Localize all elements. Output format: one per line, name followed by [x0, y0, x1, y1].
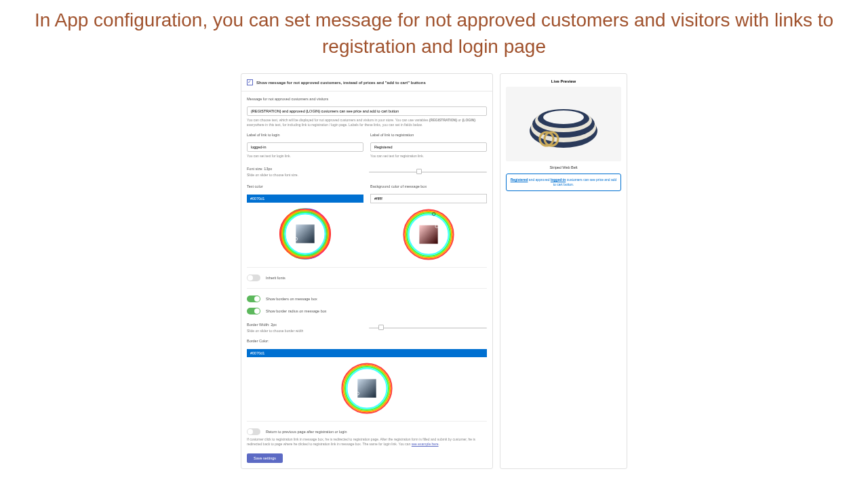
- svg-rect-11: [419, 226, 437, 244]
- border-width-slider[interactable]: [369, 327, 487, 329]
- save-settings-button[interactable]: Save settings: [247, 453, 283, 463]
- bg-color-input[interactable]: [370, 194, 487, 203]
- inherit-fonts-toggle[interactable]: [247, 274, 260, 281]
- bg-color-label: Background color of message box: [370, 184, 487, 188]
- message-input[interactable]: [247, 106, 487, 116]
- svg-rect-5: [296, 225, 314, 243]
- login-link-label: Label of link to login: [247, 133, 363, 137]
- preview-reg-link[interactable]: Registered: [511, 178, 528, 182]
- font-size-helper: Slide on slider to choose font size.: [247, 173, 362, 178]
- show-radius-toggle[interactable]: [247, 308, 260, 314]
- border-width-helper: Slide on slider to choose border width: [247, 329, 362, 333]
- text-color-picker[interactable]: [247, 208, 363, 260]
- border-color-label: Border Color:: [247, 339, 487, 343]
- reg-link-input[interactable]: [370, 142, 487, 152]
- preview-title: Live Preview: [506, 79, 621, 83]
- reg-link-helper: You can set text for registration link.: [370, 154, 487, 159]
- login-link-input[interactable]: [247, 142, 363, 152]
- product-image: [506, 87, 621, 161]
- return-prev-toggle[interactable]: [247, 428, 260, 435]
- font-size-label: Font size: 13px: [247, 167, 362, 171]
- text-color-input[interactable]: [247, 195, 363, 203]
- border-color-input[interactable]: [247, 349, 487, 357]
- return-prev-label: Return to previous page after registrati…: [266, 430, 347, 434]
- font-size-slider[interactable]: [369, 171, 487, 173]
- section-title: Show message for not approved customers,…: [256, 81, 426, 85]
- reg-link-label: Label of link to registration: [370, 133, 487, 137]
- config-panel: Show message for not approved customers,…: [241, 73, 493, 469]
- border-width-label: Border Width: 2px: [247, 323, 362, 327]
- message-label: Message for not approved customers and v…: [247, 97, 487, 101]
- text-color-label: Text color: [247, 184, 363, 188]
- bg-color-picker[interactable]: [370, 209, 487, 260]
- see-example-link[interactable]: see example here: [412, 442, 439, 446]
- svg-point-25: [543, 110, 584, 124]
- show-borders-toggle[interactable]: [247, 296, 260, 302]
- inherit-fonts-label: Inherit fonts: [266, 276, 285, 280]
- preview-message-box: Registered and approved logged-in custom…: [506, 174, 621, 191]
- show-radius-label: Show border radius on message box: [266, 309, 327, 313]
- border-color-picker[interactable]: [247, 363, 487, 414]
- page-title: In App configuration, you can set messag…: [0, 0, 868, 73]
- product-name: Striped Web Belt: [506, 165, 621, 169]
- preview-login-link[interactable]: logged-in: [551, 178, 566, 182]
- svg-rect-18: [357, 380, 376, 398]
- login-link-helper: You can set text for login link.: [247, 154, 363, 159]
- show-borders-label: Show borders on message box: [266, 297, 317, 301]
- show-message-checkbox[interactable]: [247, 79, 253, 85]
- return-helper: If customer click to registration link i…: [247, 437, 487, 447]
- message-helper: You can choose text, which will be displ…: [247, 118, 487, 127]
- preview-panel: Live Preview Striped Web Belt Registered…: [500, 73, 627, 469]
